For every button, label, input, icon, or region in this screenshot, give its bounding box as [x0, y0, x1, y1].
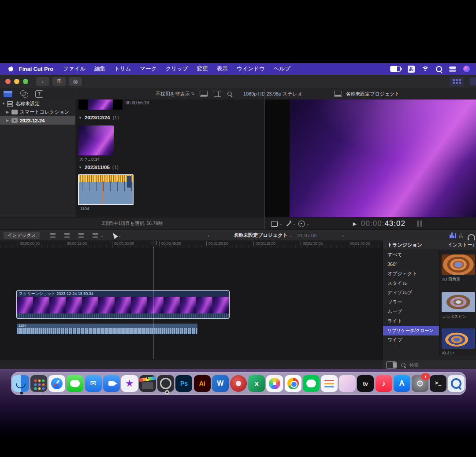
dock-icon-line[interactable]	[303, 375, 320, 392]
dock-icon-apple-tv[interactable]: tv	[357, 375, 374, 392]
sidebar-item-library[interactable]: ▼ 名称未設定	[0, 100, 75, 108]
spotlight-icon[interactable]	[436, 66, 442, 72]
siri-icon[interactable]	[463, 66, 470, 72]
transform-crop-icon[interactable]	[271, 221, 278, 227]
wifi-icon[interactable]	[422, 66, 429, 72]
close-window-button[interactable]	[5, 79, 11, 84]
sidebar-item-event-selected[interactable]: ▶ ★ 2023-12-24	[0, 116, 75, 125]
dock-icon-facetime[interactable]	[103, 375, 120, 392]
chevron-down-icon[interactable]: ⌄	[289, 233, 293, 238]
retime-icon[interactable]	[298, 221, 305, 227]
dock-icon-imovie[interactable]: ★	[121, 375, 138, 392]
disclosure-open-icon[interactable]: ▼	[78, 166, 82, 170]
insert-clip-icon[interactable]	[63, 232, 71, 238]
disclosure-closed-icon[interactable]: ▶	[6, 110, 11, 114]
transition-category-dissolves[interactable]: ディゾルブ	[383, 288, 439, 298]
minimize-window-button[interactable]	[14, 79, 19, 84]
zoom-window-button[interactable]	[23, 79, 28, 84]
dock-icon-photoshop[interactable]: Ps	[175, 375, 192, 392]
chevron-down-icon[interactable]: ⌄	[100, 233, 104, 238]
select-tool-icon[interactable]	[111, 232, 118, 239]
previous-project-button[interactable]: ‹	[208, 233, 210, 238]
dock-icon-magnifier-app[interactable]	[448, 375, 465, 392]
transition-category-stylize[interactable]: スタイル	[383, 279, 439, 288]
photos-audio-pane-icon[interactable]	[20, 90, 27, 97]
audio-meters-icon[interactable]	[417, 221, 422, 227]
skimming-icon[interactable]	[459, 233, 464, 238]
dock-icon-music[interactable]: ♪	[376, 375, 392, 392]
background-tasks-button[interactable]: ◎	[69, 77, 82, 86]
menu-item-modify[interactable]: 変更	[193, 65, 212, 73]
dock-icon-launchpad[interactable]	[30, 375, 47, 392]
dock-icon-pink-app[interactable]	[339, 375, 356, 392]
dock-icon-app-store[interactable]: A	[394, 375, 410, 392]
chevron-down-icon[interactable]: ⌄	[118, 233, 122, 238]
partial-toggle-icon[interactable]	[470, 77, 476, 85]
dock-icon-settings[interactable]: ⚙1	[412, 375, 428, 392]
transitions-search-input[interactable]	[409, 362, 463, 368]
enhancements-wand-icon[interactable]	[285, 221, 291, 227]
timeline-ruler[interactable]: 00:00:00:00 00:00:15:00 00:00:30:00 00:0…	[0, 240, 383, 248]
hide-rejected-chevron-icon[interactable]: ⇅	[191, 92, 194, 96]
browser-group-header[interactable]: ▼ 2023/12/24 (1)	[78, 115, 119, 120]
next-project-button[interactable]: ›	[342, 233, 344, 238]
keyword-editor-button[interactable]: ⚿	[52, 77, 66, 86]
dock-icon-safari[interactable]	[48, 375, 65, 392]
menu-item-file[interactable]: ファイル	[59, 65, 90, 73]
audio-skimming-icon[interactable]	[450, 232, 456, 238]
dock-icon-excel[interactable]: X	[248, 375, 265, 392]
dock-icon-red-round-app[interactable]	[230, 375, 247, 392]
transition-category-lights[interactable]: ライト	[383, 317, 439, 326]
sidebar-item-smart-collection[interactable]: ▶ スマートコレクション	[0, 108, 75, 116]
dock-icon-photos[interactable]	[266, 375, 283, 392]
dock-icon-word[interactable]: W	[212, 375, 229, 392]
transition-category-movements[interactable]: ムーブ	[383, 307, 439, 317]
battery-icon[interactable]	[390, 66, 401, 72]
menu-item-trim[interactable]: トリム	[110, 65, 135, 73]
chevron-down-icon[interactable]: ⌄	[306, 221, 310, 226]
timeline-audio-clip[interactable]: 1104	[17, 324, 197, 334]
overwrite-clip-icon[interactable]	[92, 232, 99, 238]
transition-category-all[interactable]: すべて	[383, 250, 439, 260]
transition-category-wipes[interactable]: ワイプ	[383, 335, 439, 345]
menu-item-help[interactable]: ヘルプ	[269, 65, 295, 73]
clip-thumbnail-screenshot[interactable]	[78, 125, 114, 155]
transition-item-3d-rectangle[interactable]	[442, 254, 475, 275]
menu-item-window[interactable]: ウインドウ	[232, 65, 269, 73]
browser-view-toggle-icon[interactable]	[450, 76, 464, 87]
clip-thumbnail-audio-selected[interactable]	[78, 174, 134, 205]
dock-icon-chrome[interactable]	[285, 375, 301, 392]
append-clip-icon[interactable]	[78, 232, 85, 238]
dock-icon-messages[interactable]	[67, 375, 83, 392]
media-browser-toggle-icon[interactable]	[386, 361, 397, 369]
transition-item-vertigo[interactable]	[442, 328, 475, 349]
import-media-button[interactable]: ↓	[36, 77, 49, 86]
playhead-line[interactable]	[153, 240, 153, 359]
menu-item-edit[interactable]: 編集	[90, 65, 110, 73]
hide-rejected-label[interactable]: 不採用を非表示	[156, 91, 190, 97]
transition-category-360[interactable]: 360°	[383, 260, 439, 269]
browser-search-icon[interactable]	[227, 92, 232, 96]
clip-thumbnail-partial[interactable]	[78, 100, 123, 110]
browser-group-header[interactable]: ▼ 2023/11/05 (1)	[78, 165, 119, 170]
menu-item-view[interactable]: 表示	[212, 65, 232, 73]
connect-clip-icon[interactable]	[49, 232, 56, 238]
solo-headphone-icon[interactable]	[468, 234, 475, 239]
transition-category-blur[interactable]: ブラー	[383, 298, 439, 307]
tab-transitions[interactable]: トランジション	[387, 242, 422, 248]
input-source-icon[interactable]: あ	[408, 66, 415, 73]
menu-app-name[interactable]: Final Cut Pro	[14, 66, 59, 72]
list-view-icon[interactable]	[214, 91, 221, 97]
disclosure-open-icon[interactable]: ▼	[2, 102, 7, 106]
chevron-down-icon[interactable]: ⌄	[279, 221, 283, 226]
dock-icon-finder[interactable]	[12, 375, 29, 392]
control-center-icon[interactable]	[449, 66, 456, 72]
chevron-down-icon[interactable]: ⌄	[293, 221, 296, 226]
transition-category-replicator-selected[interactable]: リプリケータ/クローン	[383, 326, 439, 335]
index-button[interactable]: インデックス	[4, 232, 40, 239]
disclosure-open-icon[interactable]: ▼	[78, 116, 82, 120]
menu-item-clip[interactable]: クリップ	[161, 65, 192, 73]
apple-menu-icon[interactable]	[8, 66, 14, 72]
dock-icon-disk-utility[interactable]	[157, 375, 174, 392]
timeline-video-clip-selected[interactable]: スクリーンショット 2023-12-24 18.50.34	[17, 291, 229, 318]
